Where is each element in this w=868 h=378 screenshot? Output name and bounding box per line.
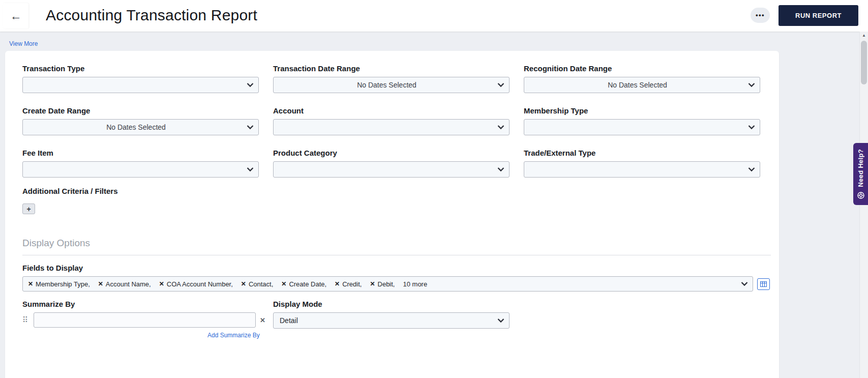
field-label: Transaction Date Range [273,64,510,73]
back-button[interactable]: ← [3,3,28,28]
drag-handle-icon[interactable]: ⠿ [22,315,29,325]
summarize-by-input[interactable] [34,312,256,328]
summarize-by-row: ⠿ ✕ [22,312,273,328]
clear-summarize-icon[interactable]: ✕ [260,316,265,324]
select-value: No Dates Selected [29,123,243,131]
chevron-down-icon [247,83,254,88]
field-chip[interactable]: ✕Debit, [370,280,395,288]
plus-icon: + [26,205,31,213]
field-label: Membership Type [524,106,760,115]
field-label: Recognition Date Range [524,64,760,73]
display-options-title: Display Options [22,238,771,249]
chip-label: COA Account Number, [167,280,233,288]
back-icon: ← [10,9,22,22]
recognition-date-range-select[interactable]: No Dates Selected [524,77,760,93]
remove-icon[interactable]: ✕ [370,280,375,287]
ellipsis-icon: ••• [756,11,765,19]
remove-icon[interactable]: ✕ [335,280,340,287]
select-value: No Dates Selected [530,81,744,89]
scroll-up-icon[interactable]: ▲ [860,32,868,40]
chevron-down-icon [247,125,254,130]
select-value: No Dates Selected [280,81,494,89]
chevron-down-icon [748,167,755,172]
field-label: Create Date Range [22,106,259,115]
need-help-tab[interactable]: Need Help? [853,143,868,205]
field-chip[interactable]: ✕COA Account Number, [159,280,233,288]
more-options-button[interactable]: ••• [751,8,770,23]
trade-external-type-select[interactable] [524,161,760,178]
filter-field-fee-item: Fee Item [22,149,259,178]
bottom-row: Summarize By ⠿ ✕ Add Summarize By Displa… [22,300,771,339]
filter-field-recognition-date-range: Recognition Date Range No Dates Selected [524,64,760,93]
need-help-label: Need Help? [857,149,864,187]
add-filter-button[interactable]: + [22,203,35,214]
remove-icon[interactable]: ✕ [98,280,103,287]
chevron-down-icon [247,167,254,172]
display-mode-select[interactable]: Detail [273,312,510,329]
product-category-select[interactable] [273,161,510,178]
field-label: Account [273,106,510,115]
chips-more-count: 10 more [403,280,427,288]
fee-item-select[interactable] [22,161,259,178]
create-date-range-select[interactable]: No Dates Selected [22,119,259,135]
transaction-type-select[interactable] [22,77,259,93]
lifebuoy-icon [857,192,864,199]
filter-field-transaction-date-range: Transaction Date Range No Dates Selected [273,64,510,93]
field-chip[interactable]: ✕Create Date, [281,280,326,288]
remove-icon[interactable]: ✕ [241,280,246,287]
fields-to-display-label: Fields to Display [22,264,771,272]
chevron-down-icon [497,83,504,88]
filter-field-trade-external-type: Trade/External Type [524,149,760,178]
chip-label: Contact, [249,280,273,288]
remove-icon[interactable]: ✕ [28,280,33,287]
summarize-by-section: Summarize By ⠿ ✕ Add Summarize By [22,300,273,339]
remove-icon[interactable]: ✕ [159,280,164,287]
chevron-down-icon [497,167,504,172]
run-report-button[interactable]: RUN REPORT [779,5,858,26]
page-title: Accounting Transaction Report [46,7,257,24]
table-columns-icon [760,281,767,287]
field-label: Trade/External Type [524,149,760,157]
membership-type-select[interactable] [524,119,760,135]
field-chip[interactable]: ✕Account Name, [98,280,151,288]
add-summarize-by-link[interactable]: Add Summarize By [207,332,260,339]
summarize-by-label: Summarize By [22,300,273,308]
view-more-link[interactable]: View More [9,40,38,47]
filter-grid: Transaction Type Transaction Date Range … [22,64,771,178]
filter-field-product-category: Product Category [273,149,510,178]
chip-label: Create Date, [289,280,326,288]
chip-label: Membership Type, [36,280,90,288]
fields-to-display-row: ✕Membership Type, ✕Account Name, ✕COA Ac… [22,276,771,292]
column-picker-button[interactable] [757,278,770,290]
report-criteria-card: Transaction Type Transaction Date Range … [5,51,779,378]
filter-field-account: Account [273,106,510,135]
display-mode-label: Display Mode [273,300,510,308]
chevron-down-icon [748,83,755,88]
select-value: Detail [280,316,494,325]
scrollbar-thumb[interactable] [861,41,867,84]
fields-to-display-select[interactable]: ✕Membership Type, ✕Account Name, ✕COA Ac… [22,276,753,292]
filter-field-transaction-type: Transaction Type [22,64,259,93]
filter-field-create-date-range: Create Date Range No Dates Selected [22,106,259,135]
section-divider [22,255,771,255]
chevron-down-icon [497,125,504,130]
field-chip[interactable]: ✕Contact, [241,280,273,288]
account-select[interactable] [273,119,510,135]
chip-label: Account Name, [106,280,151,288]
chip-label: Credit, [342,280,362,288]
header: ← Accounting Transaction Report ••• RUN … [0,0,868,32]
field-chip[interactable]: ✕Credit, [335,280,362,288]
chevron-down-icon [497,318,504,323]
remove-icon[interactable]: ✕ [281,280,286,287]
field-label: Fee Item [22,149,259,157]
chevron-down-icon [741,282,748,286]
chevron-down-icon [748,125,755,130]
field-label: Product Category [273,149,510,157]
field-label: Transaction Type [22,64,259,73]
transaction-date-range-select[interactable]: No Dates Selected [273,77,510,93]
display-mode-section: Display Mode Detail [273,300,510,339]
additional-criteria-section: Additional Criteria / Filters + [22,187,771,214]
chip-label: Debit, [378,280,395,288]
additional-criteria-label: Additional Criteria / Filters [22,187,771,195]
field-chip[interactable]: ✕Membership Type, [28,280,90,288]
